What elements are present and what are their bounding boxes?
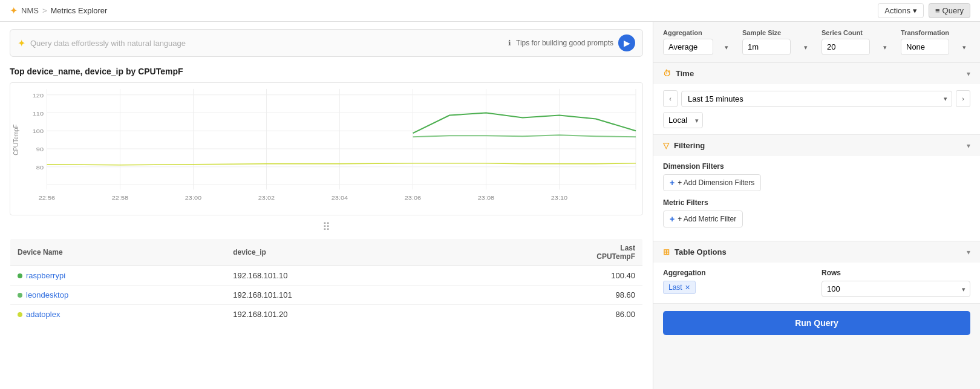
aggregation-label: Aggregation: [663, 29, 733, 36]
svg-text:23:10: 23:10: [551, 195, 568, 201]
transformation-label: Transformation: [901, 29, 970, 36]
chart-container: 120 110 100 90 80 CPUTempF 22:56 22:58 2…: [10, 82, 643, 215]
svg-text:100: 100: [33, 128, 44, 134]
table-rows-col: Rows 100 50 25 10: [822, 269, 970, 297]
device-link[interactable]: raspberrypi: [18, 271, 218, 280]
svg-text:23:08: 23:08: [478, 195, 495, 201]
series-count-select-wrapper: 20 10 50: [822, 39, 891, 55]
series-count-select[interactable]: 20 10 50: [822, 39, 870, 55]
table-options-chevron-icon: ▾: [967, 248, 970, 257]
actions-label: Actions: [884, 6, 910, 15]
topnav-actions: Actions ▾ ≡ Query: [878, 3, 970, 18]
actions-button[interactable]: Actions ▾: [878, 3, 924, 18]
app-name: NMS: [21, 6, 39, 15]
transformation-select-wrapper: None Rate: [901, 39, 970, 55]
table-row: leondesktop 192.168.101.101 98.60: [10, 286, 643, 305]
device-value-cell: 86.00: [468, 305, 643, 324]
filtering-body: Dimension Filters + + Add Dimension Filt…: [653, 156, 980, 241]
query-bar-left: ✦ Query data effortlessly with natural l…: [18, 38, 186, 49]
time-range-wrapper: Last 15 minutes Last 30 minutes Last 1 h…: [681, 91, 952, 107]
chart-title: Top device_name, device_ip by CPUTempF: [10, 67, 643, 76]
tag-close-icon[interactable]: ✕: [685, 284, 690, 292]
svg-text:23:06: 23:06: [405, 195, 422, 201]
aggregation-control: Aggregation Average Sum Min Max: [663, 29, 733, 55]
time-section-header[interactable]: ⏱ Time ▾: [653, 63, 980, 84]
page-title: Metrics Explorer: [50, 6, 107, 15]
breadcrumb-sep: >: [42, 6, 47, 15]
table-row: adatoplex 192.168.101.20 86.00: [10, 305, 643, 324]
run-query-button[interactable]: Run Query: [663, 311, 970, 335]
sparkle-icon: ✦: [18, 38, 25, 49]
svg-text:90: 90: [36, 146, 44, 152]
table-row: raspberrypi 192.168.101.10 100.40: [10, 266, 643, 286]
timezone-select[interactable]: Local UTC: [663, 112, 703, 128]
tag-label: Last: [668, 283, 682, 292]
device-name-value: leondesktop: [26, 290, 68, 299]
col-device-ip: device_ip: [226, 239, 467, 266]
tips-label: Tips for building good prompts: [516, 39, 613, 47]
svg-text:120: 120: [33, 92, 44, 98]
transformation-select[interactable]: None Rate: [901, 39, 949, 55]
aggregation-select[interactable]: Average Sum Min Max: [663, 39, 713, 55]
time-range-select[interactable]: Last 15 minutes Last 30 minutes Last 1 h…: [681, 91, 952, 107]
table-aggregation-tags: Last ✕: [663, 281, 812, 294]
series-count-label: Series Count: [822, 29, 891, 36]
status-dot: [18, 273, 22, 278]
svg-text:22:58: 22:58: [112, 195, 129, 201]
svg-text:CPUTempF: CPUTempF: [13, 125, 20, 155]
status-dot: [18, 312, 22, 317]
filtering-section-header[interactable]: ▽ Filtering ▾: [653, 135, 980, 156]
dimension-filters-label: Dimension Filters: [663, 162, 970, 171]
device-value-cell: 98.60: [468, 286, 643, 305]
series-count-control: Series Count 20 10 50: [822, 29, 891, 55]
rows-label: Rows: [822, 269, 970, 277]
time-row: ‹ Last 15 minutes Last 30 minutes Last 1…: [663, 90, 970, 107]
query-bar-right: ℹ Tips for building good prompts ▶: [508, 34, 635, 51]
tips-icon: ℹ: [508, 39, 511, 47]
svg-text:80: 80: [36, 164, 44, 170]
time-section-body: ‹ Last 15 minutes Last 30 minutes Last 1…: [653, 84, 980, 134]
add-dimension-filter-button[interactable]: + + Add Dimension Filters: [663, 174, 761, 191]
time-next-button[interactable]: ›: [956, 90, 970, 107]
time-prev-button[interactable]: ‹: [663, 90, 678, 107]
rows-select-wrapper: 100 50 25 10: [822, 281, 970, 297]
filter-icon: ▽: [663, 141, 669, 150]
add-metric-plus-icon: +: [670, 214, 675, 224]
table-aggregation-label: Aggregation: [663, 269, 812, 277]
svg-text:23:04: 23:04: [332, 195, 348, 201]
svg-text:23:02: 23:02: [258, 195, 275, 201]
add-metric-filter-button[interactable]: + + Add Metric Filter: [663, 211, 743, 227]
svg-text:22:56: 22:56: [39, 195, 56, 201]
status-dot: [18, 293, 22, 298]
table-options-header[interactable]: ⊞ Table Options ▾: [653, 241, 980, 263]
device-ip-cell: 192.168.101.101: [226, 286, 467, 305]
time-section-label: Time: [676, 69, 694, 78]
device-name-cell: leondesktop: [10, 286, 226, 305]
sample-size-control: Sample Size 1m 5m 15m: [742, 29, 812, 55]
device-link[interactable]: adatoplex: [18, 310, 218, 319]
table-aggregation-col: Aggregation Last ✕: [663, 269, 812, 294]
metric-filters-label: Metric Filters: [663, 198, 970, 207]
query-placeholder: Query data effortlessly with natural lan…: [30, 39, 186, 48]
main-layout: ✦ Query data effortlessly with natural l…: [0, 22, 980, 389]
query-run-button[interactable]: ▶: [618, 34, 635, 51]
transformation-control: Transformation None Rate: [901, 29, 970, 55]
rows-select[interactable]: 100 50 25 10: [822, 281, 970, 297]
table-options-label: Table Options: [675, 247, 727, 257]
drag-handle[interactable]: ⠿: [10, 218, 643, 238]
breadcrumb: ✦ NMS > Metrics Explorer: [10, 5, 107, 16]
filtering-section-left: ▽ Filtering: [663, 141, 705, 150]
device-link[interactable]: leondesktop: [18, 290, 218, 299]
sample-size-select[interactable]: 1m 5m 15m: [742, 39, 791, 55]
left-panel: ✦ Query data effortlessly with natural l…: [0, 22, 653, 389]
timezone-row: Local UTC: [663, 112, 970, 128]
device-value-cell: 100.40: [468, 266, 643, 286]
time-icon: ⏱: [663, 69, 671, 78]
data-table: Device Name device_ip Last CPUTempF rasp…: [10, 238, 643, 324]
time-chevron-icon: ▾: [967, 70, 970, 78]
table-icon: ⊞: [663, 247, 670, 257]
filtering-chevron-icon: ▾: [967, 142, 970, 150]
svg-text:23:00: 23:00: [185, 195, 202, 201]
table-options-row: Aggregation Last ✕ Rows 100: [663, 269, 970, 297]
query-button[interactable]: ≡ Query: [929, 3, 970, 18]
